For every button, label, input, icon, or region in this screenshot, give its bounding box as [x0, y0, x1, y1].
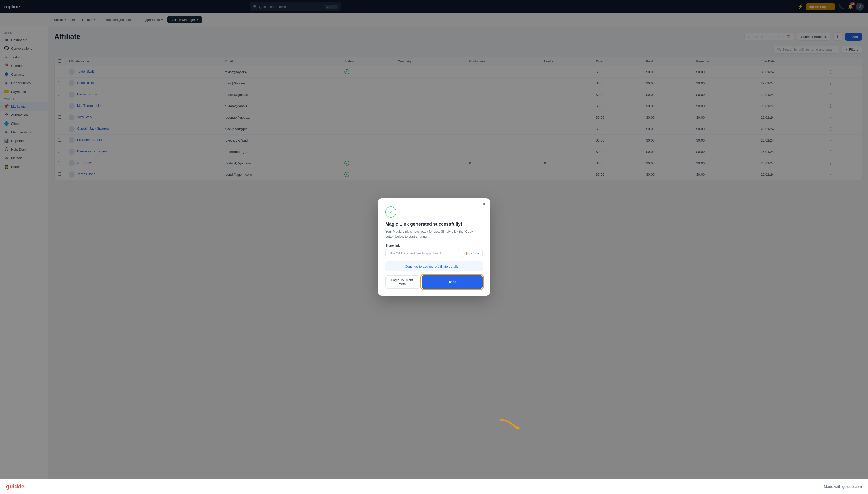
modal-overlay: ✕ ✓ Magic Link generated successfully! Y…	[0, 0, 868, 479]
success-modal: ✕ ✓ Magic Link generated successfully! Y…	[378, 198, 490, 296]
login-portal-button[interactable]: Login To Client Portal	[385, 276, 419, 289]
copy-label: Copy	[471, 251, 479, 255]
modal-title: Magic Link generated successfully!	[385, 222, 483, 227]
continue-affiliate-link[interactable]: Continue to add more affiliate details →	[385, 262, 483, 271]
modal-close-button[interactable]: ✕	[482, 202, 486, 206]
share-link-label: Share link	[385, 244, 483, 247]
copy-button[interactable]: 📋 Copy	[462, 249, 483, 258]
done-button[interactable]: Done	[422, 276, 483, 289]
modal-description: Your Magic Link is now ready for use. Si…	[385, 229, 483, 239]
share-link-input[interactable]	[385, 249, 460, 258]
continue-label: Continue to add more affiliate details	[405, 265, 458, 268]
svg-marker-0	[515, 425, 520, 430]
modal-footer: Login To Client Portal Done	[385, 276, 483, 289]
share-link-row: 📋 Copy	[385, 249, 483, 258]
copy-icon: 📋	[466, 251, 470, 255]
arrow-right-icon: →	[460, 265, 463, 268]
success-icon: ✓	[385, 206, 396, 217]
